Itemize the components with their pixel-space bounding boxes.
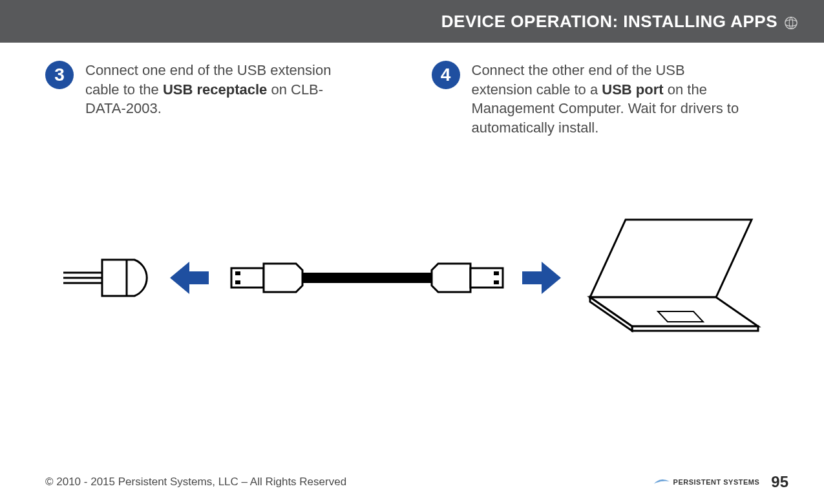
swoosh-icon	[653, 478, 671, 487]
usb-cable-icon	[231, 264, 503, 292]
page-header: DEVICE OPERATION: INSTALLING APPS	[0, 0, 824, 43]
step-4-bold: USB port	[602, 81, 663, 98]
arrow-left-icon	[170, 262, 209, 294]
step-3: 3 Connect one end of the USB extension c…	[45, 61, 393, 138]
arrow-right-icon	[522, 262, 561, 294]
step-4: 4 Connect the other end of the USB exten…	[432, 61, 779, 138]
header-title-container: DEVICE OPERATION: INSTALLING APPS	[441, 12, 798, 32]
step-4-text: Connect the other end of the USB extensi…	[472, 61, 743, 138]
svg-rect-5	[231, 268, 264, 288]
page-footer: © 2010 - 2015 Persistent Systems, LLC – …	[0, 473, 824, 491]
svg-rect-10	[494, 271, 499, 275]
step-badge-4: 4	[432, 61, 460, 89]
globe-icon	[784, 14, 798, 28]
step-number: 3	[54, 65, 65, 85]
laptop-icon	[590, 220, 758, 331]
svg-rect-11	[494, 280, 499, 284]
header-title: DEVICE OPERATION: INSTALLING APPS	[441, 12, 777, 32]
svg-rect-8	[302, 273, 432, 283]
step-3-text: Connect one end of the USB extension cab…	[85, 61, 357, 118]
page-number: 95	[771, 473, 788, 491]
step-3-bold: USB receptacle	[163, 81, 267, 98]
step-badge-3: 3	[45, 61, 74, 89]
brand-text: PERSISTENT SYSTEMS	[673, 478, 760, 486]
svg-rect-9	[470, 268, 503, 288]
svg-point-0	[785, 17, 797, 28]
usb-diagram	[0, 194, 824, 362]
step-number: 4	[441, 65, 451, 85]
footer-right: PERSISTENT SYSTEMS 95	[653, 473, 788, 491]
brand-logo: PERSISTENT SYSTEMS	[653, 478, 760, 487]
svg-rect-7	[235, 280, 240, 284]
copyright-text: © 2010 - 2015 Persistent Systems, LLC – …	[45, 476, 346, 488]
usb-receptacle-icon	[63, 260, 147, 296]
svg-rect-6	[235, 271, 240, 275]
steps-row: 3 Connect one end of the USB extension c…	[0, 43, 824, 138]
